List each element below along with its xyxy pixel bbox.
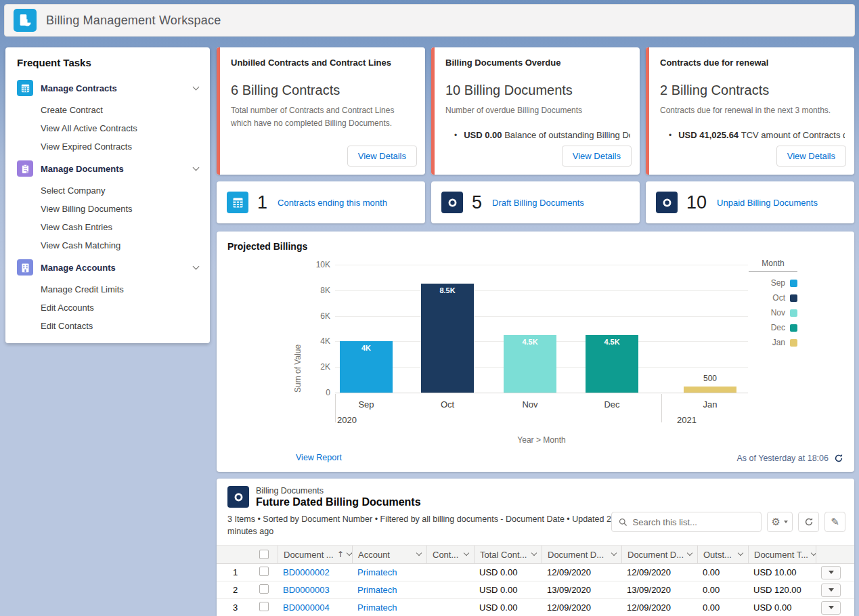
chart-refresh-status: As of Yesterday at 18:06 <box>736 454 843 463</box>
refresh-icon[interactable] <box>834 454 843 463</box>
account-link[interactable]: Primatech <box>357 602 397 613</box>
chart-bar[interactable]: 4.5K <box>504 335 556 393</box>
table-row: 3 BD0000004 Primatech USD 0.00 12/09/202… <box>217 599 854 616</box>
chart-bar[interactable]: 500 <box>684 387 736 393</box>
view-details-button[interactable]: View Details <box>776 146 846 167</box>
year-label: 2020 <box>337 415 357 425</box>
tile-count: 1 <box>257 192 267 213</box>
account-link[interactable]: Primatech <box>357 585 397 595</box>
list-refresh-button[interactable] <box>798 512 819 532</box>
legend-swatch <box>790 309 797 317</box>
table-row: 2 BD0000003 Primatech USD 0.00 13/09/202… <box>217 581 854 599</box>
outstanding-cell: 0.00 <box>697 585 748 595</box>
legend-swatch <box>790 280 797 287</box>
sidebar-item-edit-accounts[interactable]: Edit Accounts <box>5 299 210 317</box>
chart-bar[interactable]: 4.5K <box>586 335 638 393</box>
view-details-button[interactable]: View Details <box>347 146 417 167</box>
y-tick: 8K <box>320 286 330 295</box>
x-tick: Nov <box>504 399 556 410</box>
column-header-total-contract[interactable]: Total Cont... <box>474 546 542 563</box>
projected-billings-widget: Projected Billings Sum of Value 10K 8K 6… <box>217 232 854 472</box>
sidebar-group-manage-accounts[interactable]: Manage Accounts <box>5 255 210 280</box>
refresh-icon <box>804 517 814 527</box>
document-total-cell: USD 10.00 <box>748 567 816 577</box>
tile-contracts-ending[interactable]: 1 Contracts ending this month <box>217 181 425 223</box>
list-settings-button[interactable]: ⚙ <box>767 512 793 532</box>
x-tick: Oct <box>421 399 474 410</box>
list-edit-button[interactable]: ✎ <box>824 512 845 532</box>
alert-strip <box>646 47 649 175</box>
sidebar-item-select-company[interactable]: Select Company <box>5 181 210 200</box>
document-date-2-cell: 12/09/2020 <box>621 602 697 613</box>
kpi-card-row: Unbilled Contracts and Contract Lines 6 … <box>217 47 854 175</box>
outstanding-cell: 0.00 <box>697 602 748 613</box>
sidebar-item-create-contract[interactable]: Create Contract <box>5 101 210 119</box>
billing-documents-list: Billing Documents Future Dated Billing D… <box>217 479 854 616</box>
column-header-contact[interactable]: Cont... <box>426 546 474 563</box>
billing-document-icon <box>441 192 463 213</box>
column-header-document-total[interactable]: Document T... <box>748 546 816 563</box>
sidebar-item-view-expired-contracts[interactable]: View Expired Contracts <box>5 137 210 156</box>
sidebar-item-view-billing-documents[interactable]: View Billing Documents <box>5 200 210 218</box>
tile-link[interactable]: Draft Billing Documents <box>492 198 584 208</box>
column-header-document-date-2[interactable]: Document D... <box>621 546 697 563</box>
document-total-cell: USD 120.00 <box>748 585 816 595</box>
document-link[interactable]: BD0000003 <box>283 585 330 595</box>
kpi-bullet: •USD 0.00 Balance of outstanding Billing… <box>454 130 630 140</box>
caret-down-icon <box>784 521 788 523</box>
frequent-tasks-panel: Frequent Tasks Manage Contracts Create C… <box>5 47 210 343</box>
document-date-1-cell: 12/09/2020 <box>542 602 621 613</box>
sidebar-item-view-all-active-contracts[interactable]: View All Active Contracts <box>5 119 210 137</box>
tile-draft-billing-documents[interactable]: 5 Draft Billing Documents <box>431 181 640 223</box>
kpi-headline: 10 Billing Documents <box>445 83 629 98</box>
legend-swatch <box>790 294 797 302</box>
chevron-down-icon <box>464 550 469 556</box>
sidebar-group-manage-documents[interactable]: Manage Documents <box>5 156 210 181</box>
kpi-card-contracts-due-renewal: Contracts due for renewal 2 Billing Cont… <box>646 47 854 175</box>
x-tick: Dec <box>586 399 638 410</box>
document-date-1-cell: 13/09/2020 <box>542 585 621 595</box>
row-action-menu-button[interactable] <box>821 601 841 615</box>
column-header-document-number[interactable]: Document ...↑ <box>278 546 352 563</box>
kpi-card-unbilled-contracts: Unbilled Contracts and Contract Lines 6 … <box>217 47 425 175</box>
sidebar-item-manage-credit-limits[interactable]: Manage Credit Limits <box>5 280 210 299</box>
chevron-down-icon <box>611 550 617 556</box>
chart-bar[interactable]: 8.5K <box>421 284 474 393</box>
sidebar-item-view-cash-entries[interactable]: View Cash Entries <box>5 218 210 236</box>
year-label: 2021 <box>677 415 697 425</box>
sort-ascending-icon: ↑ <box>337 550 344 559</box>
tile-link[interactable]: Contracts ending this month <box>278 198 387 208</box>
document-link[interactable]: BD0000004 <box>283 602 330 613</box>
row-checkbox[interactable] <box>254 584 278 596</box>
row-checkbox[interactable] <box>254 567 278 578</box>
tile-unpaid-billing-documents[interactable]: 10 Unpaid Billing Documents <box>646 181 854 223</box>
as-of-text: As of Yesterday at 18:06 <box>736 454 829 463</box>
row-action-menu-button[interactable] <box>821 584 841 597</box>
row-checkbox[interactable] <box>254 602 278 613</box>
view-details-button[interactable]: View Details <box>562 146 632 167</box>
chevron-down-icon <box>687 550 692 556</box>
list-search[interactable] <box>611 512 762 532</box>
axis-baseline <box>335 393 748 393</box>
kpi-title: Unbilled Contracts and Contract Lines <box>231 58 414 68</box>
x-tick: Jan <box>684 399 736 410</box>
tile-link[interactable]: Unpaid Billing Documents <box>717 198 818 208</box>
legend-swatch <box>790 324 797 332</box>
sidebar-item-view-cash-matching[interactable]: View Cash Matching <box>5 236 210 255</box>
billing-document-icon <box>656 192 678 213</box>
row-action-menu-button[interactable] <box>821 566 841 579</box>
column-header-document-date-1[interactable]: Document D... <box>542 546 621 563</box>
column-header-outstanding[interactable]: Outst... <box>697 546 748 563</box>
document-link[interactable]: BD0000002 <box>283 567 330 577</box>
view-report-link[interactable]: View Report <box>296 453 342 462</box>
sidebar-group-manage-contracts[interactable]: Manage Contracts <box>5 75 210 101</box>
column-header-account[interactable]: Account <box>352 546 426 563</box>
chevron-down-icon <box>193 164 200 171</box>
app-header: Billing Management Workspace <box>4 4 855 37</box>
select-all-checkbox[interactable] <box>254 546 278 563</box>
search-input[interactable] <box>633 517 754 527</box>
chart-bar[interactable]: 4K <box>340 341 393 393</box>
account-link[interactable]: Primatech <box>357 567 397 577</box>
row-number: 2 <box>217 585 254 595</box>
sidebar-item-edit-contacts[interactable]: Edit Contacts <box>5 317 210 335</box>
